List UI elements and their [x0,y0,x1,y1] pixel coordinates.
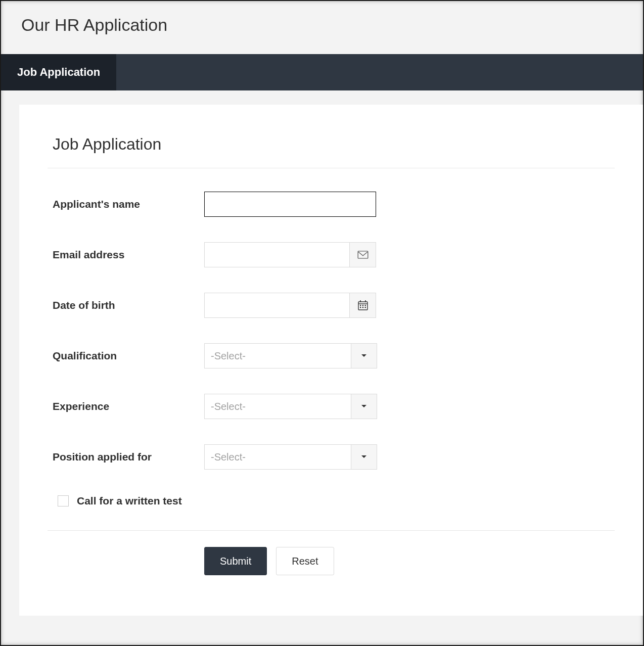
label-dob: Date of birth [53,299,204,311]
label-experience: Experience [53,400,204,412]
chevron-down-icon [351,343,377,368]
svg-rect-9 [362,307,363,308]
label-email: Email address [53,249,204,261]
input-applicant-name[interactable] [204,192,376,217]
calendar-icon[interactable] [350,293,376,318]
input-dob[interactable] [204,293,350,318]
divider [48,530,615,531]
envelope-icon [350,242,376,267]
row-applicant-name: Applicant's name [53,192,610,217]
reset-button[interactable]: Reset [276,547,334,575]
select-experience[interactable]: -Select- [204,394,377,419]
app-window: Our HR Application Job Application Job A… [0,0,644,646]
label-qualification: Qualification [53,350,204,362]
label-applicant-name: Applicant's name [53,198,204,210]
divider [48,168,615,168]
checkbox-written-test[interactable] [58,495,69,506]
svg-rect-0 [358,251,368,258]
submit-button[interactable]: Submit [204,547,267,575]
svg-rect-7 [364,305,365,306]
svg-rect-10 [364,307,365,308]
row-written-test: Call for a written test [58,495,610,507]
row-dob: Date of birth [53,293,610,318]
row-position: Position applied for -Select- [53,444,610,470]
label-position: Position applied for [53,451,204,463]
button-row: Submit Reset [53,547,610,575]
select-position[interactable]: -Select- [204,444,377,470]
row-email: Email address [53,242,610,267]
select-qualification[interactable]: -Select- [204,343,377,368]
select-qualification-value: -Select- [211,350,246,362]
tab-job-application[interactable]: Job Application [1,54,116,90]
header: Our HR Application [1,1,643,54]
form-card: Job Application Applicant's name Email a… [19,105,643,616]
chevron-down-icon [351,444,377,470]
app-title: Our HR Application [21,15,623,35]
svg-rect-6 [362,305,363,306]
row-experience: Experience -Select- [53,394,610,419]
label-written-test: Call for a written test [77,495,182,507]
select-experience-value: -Select- [211,401,246,412]
input-email[interactable] [204,242,350,267]
select-position-value: -Select- [211,451,246,463]
chevron-down-icon [351,394,377,419]
row-qualification: Qualification -Select- [53,343,610,368]
content-area: Job Application Applicant's name Email a… [1,90,643,616]
svg-rect-5 [360,305,361,306]
svg-rect-8 [360,307,361,308]
form-title: Job Application [53,135,610,154]
nav-bar: Job Application [1,54,643,90]
